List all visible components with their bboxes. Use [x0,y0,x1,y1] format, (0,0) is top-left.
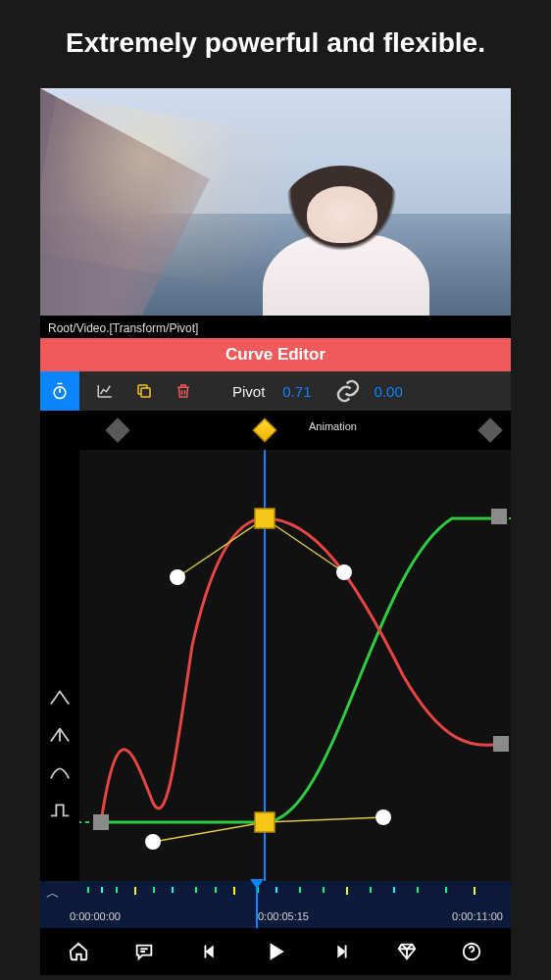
pivot-value-y[interactable]: 0.00 [375,383,403,400]
svg-rect-12 [255,812,275,832]
time-end: 0:00:11:00 [452,910,503,922]
svg-point-16 [376,809,391,825]
curve-step-icon[interactable] [49,801,71,822]
stopwatch-icon[interactable] [50,371,70,411]
step-forward-icon[interactable] [323,941,360,962]
pivot-label: Pivot [232,383,265,400]
left-strip-top [40,371,79,411]
diamond-icon[interactable] [388,941,426,962]
svg-rect-1 [141,388,150,397]
svg-rect-9 [491,509,507,524]
video-preview[interactable] [40,88,511,316]
timeline-ticks [40,885,511,899]
svg-rect-11 [255,509,275,528]
comment-icon[interactable] [125,941,163,962]
curve-graph[interactable] [79,450,511,881]
svg-rect-8 [93,814,109,830]
timeline[interactable]: ︿ 0:00:00:00 0:00:05:15 0:00:11:00 [40,881,511,928]
title-bar: Curve Editor [40,338,511,371]
home-icon[interactable] [60,941,97,962]
svg-line-6 [153,822,265,842]
svg-point-14 [336,564,352,580]
copy-icon[interactable] [125,371,164,411]
trash-icon[interactable] [164,371,203,411]
side-column [40,411,79,881]
pivot-value-x[interactable]: 0.71 [282,383,311,400]
keyframe-marker-active[interactable] [252,417,276,442]
svg-rect-10 [493,736,509,752]
breadcrumb: Root/Video.[Transform/Pivot] [40,316,511,338]
link-icon[interactable] [333,376,363,406]
playhead[interactable] [256,881,258,928]
time-start: 0:00:00:00 [70,910,121,922]
app-frame: Root/Video.[Transform/Pivot] Curve Edito… [40,88,511,975]
graph-icon[interactable] [85,371,125,411]
svg-line-5 [265,518,344,572]
keyframe-marker[interactable] [105,417,129,442]
curve-linear-icon[interactable] [49,689,71,710]
svg-point-15 [145,834,161,850]
svg-point-13 [170,569,185,585]
toolbar: Pivot 0.71 0.00 [40,371,511,411]
svg-line-4 [177,518,265,577]
title-text: Curve Editor [225,345,326,365]
step-back-icon[interactable] [191,941,228,962]
promo-headline: Extremely powerful and flexible. [0,0,551,88]
bottom-bar [40,928,511,975]
play-icon[interactable] [257,939,294,964]
curve-canvas[interactable]: Animation [79,411,511,881]
curve-ease-icon[interactable] [49,726,71,748]
animation-label: Animation [309,420,357,432]
curve-bell-icon[interactable] [49,763,71,785]
keyframe-row: Animation [79,411,511,450]
editor-body: Animation [40,411,511,881]
keyframe-marker[interactable] [477,417,502,442]
help-icon[interactable] [453,941,490,962]
time-current: 0:00:05:15 [258,910,309,922]
